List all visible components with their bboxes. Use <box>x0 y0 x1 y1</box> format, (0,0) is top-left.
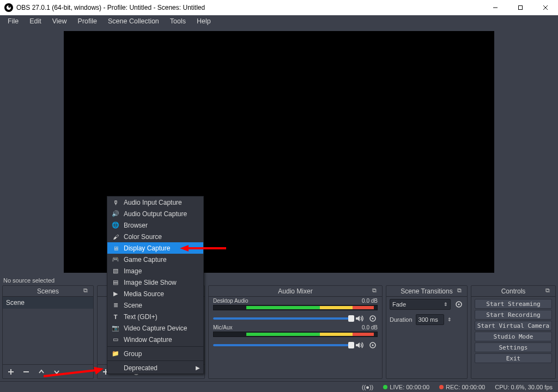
remove-scene-button[interactable] <box>21 367 31 377</box>
transitions-panel: Scene Transitions⧉ Fade⇕ Duration 300 ms… <box>386 285 468 379</box>
svg-point-14 <box>372 318 374 320</box>
image-icon: ▧ <box>112 267 119 275</box>
speaker-icon: 🔊 <box>112 210 119 218</box>
svg-point-18 <box>458 304 460 305</box>
mixer-track-db: 0.0 dB <box>362 298 378 304</box>
window-title: OBS 27.0.1 (64-bit, windows) - Profile: … <box>16 4 205 11</box>
mixer-panel-title: Audio Mixer <box>278 287 312 295</box>
start-recording-button[interactable]: Start Recording <box>475 310 552 320</box>
preview-area <box>0 27 558 274</box>
ctx-game-capture[interactable]: 🎮Game Capture <box>107 254 203 265</box>
mute-button[interactable] <box>355 314 365 323</box>
live-indicator-icon <box>383 385 387 389</box>
gamepad-icon: 🎮 <box>112 256 119 264</box>
menubar: File Edit View Profile Scene Collection … <box>0 15 558 27</box>
studio-mode-button[interactable]: Studio Mode <box>475 332 552 341</box>
play-icon: ▶ <box>112 290 119 298</box>
mute-button[interactable] <box>355 340 365 350</box>
statusbar: ((●)) LIVE: 00:00:00 REC: 00:00:00 CPU: … <box>0 381 558 392</box>
rec-indicator-icon <box>439 385 444 389</box>
ctx-color-source[interactable]: 🖌Color Source <box>107 231 203 242</box>
menu-profile[interactable]: Profile <box>72 16 102 27</box>
ctx-scene[interactable]: ≣Scene <box>107 299 203 311</box>
transition-settings-button[interactable] <box>454 299 464 309</box>
start-virtual-camera-button[interactable]: Start Virtual Camera <box>475 321 552 330</box>
popout-icon[interactable]: ⧉ <box>83 287 91 295</box>
text-icon: T <box>112 313 119 321</box>
scenes-panel: Scenes⧉ Scene <box>2 285 94 379</box>
start-streaming-button[interactable]: Start Streaming <box>475 299 552 309</box>
window-minimize-button[interactable] <box>483 0 508 15</box>
menu-tools[interactable]: Tools <box>165 16 191 27</box>
svg-marker-22 <box>94 367 104 375</box>
annotation-arrow <box>44 367 104 378</box>
no-source-label: No source selected <box>0 274 558 285</box>
popout-icon[interactable]: ⧉ <box>372 287 380 295</box>
menu-file[interactable]: File <box>2 16 24 27</box>
ctx-image-slide-show[interactable]: ▤Image Slide Show <box>107 277 203 288</box>
mixer-track: Mic/Aux0.0 dB <box>209 323 382 350</box>
ctx-audio-output-capture[interactable]: 🔊Audio Output Capture <box>107 208 203 219</box>
controls-panel-title: Controls <box>501 287 526 295</box>
scene-icon: ≣ <box>112 302 119 309</box>
track-settings-button[interactable] <box>368 314 378 323</box>
window-icon: ▭ <box>112 336 119 344</box>
window-close-button[interactable] <box>533 0 558 15</box>
audio-meter <box>213 332 378 337</box>
cpu-status: CPU: 0.6%, 30.00 fps <box>495 384 553 390</box>
globe-icon: 🌐 <box>112 222 119 229</box>
popout-icon[interactable]: ⧉ <box>457 287 465 295</box>
audio-meter <box>213 305 378 310</box>
camera-icon: 📷 <box>112 324 119 332</box>
controls-panel: Controls⧉ Start Streaming Start Recordin… <box>471 285 556 379</box>
mixer-track-name: Desktop Audio <box>213 298 248 304</box>
scenes-panel-title: Scenes <box>37 287 59 295</box>
ctx-audio-input-capture[interactable]: 🎙Audio Input Capture <box>107 197 203 208</box>
rec-status: REC: 00:00:00 <box>446 384 485 390</box>
ctx-window-capture[interactable]: ▭Window Capture <box>107 334 203 345</box>
mixer-track-db: 0.0 dB <box>362 324 378 330</box>
window-maximize-button[interactable] <box>508 0 533 15</box>
ctx-media-source[interactable]: ▶Media Source <box>107 288 203 299</box>
ctx-deprecated[interactable]: Deprecated▶ <box>107 362 203 373</box>
obs-logo-icon <box>4 3 13 12</box>
microphone-icon: 🎙 <box>112 199 119 206</box>
monitor-icon: 🖥 <box>112 244 119 252</box>
folder-icon: 📁 <box>112 350 119 358</box>
popout-icon[interactable]: ⧉ <box>545 287 553 295</box>
exit-button[interactable]: Exit <box>475 353 552 363</box>
volume-slider[interactable] <box>213 317 351 320</box>
ctx-text-gdi[interactable]: TText (GDI+) <box>107 311 203 322</box>
ctx-image[interactable]: ▧Image <box>107 265 203 277</box>
add-scene-button[interactable] <box>6 367 16 377</box>
menu-edit[interactable]: Edit <box>24 16 47 27</box>
submenu-arrow-icon: ▶ <box>196 365 200 371</box>
ctx-browser[interactable]: 🌐Browser <box>107 219 203 231</box>
track-settings-button[interactable] <box>368 340 378 350</box>
window-titlebar: OBS 27.0.1 (64-bit, windows) - Profile: … <box>0 0 558 15</box>
annotation-arrow <box>180 244 226 253</box>
svg-line-21 <box>44 370 96 376</box>
ctx-video-capture-device[interactable]: 📷Video Capture Device <box>107 322 203 334</box>
volume-slider[interactable] <box>213 344 351 346</box>
mixer-track-name: Mic/Aux <box>213 324 233 330</box>
menu-help[interactable]: Help <box>191 16 216 27</box>
svg-point-16 <box>372 345 374 346</box>
brush-icon: 🖌 <box>112 233 119 241</box>
svg-rect-2 <box>519 6 523 10</box>
live-status: LIVE: 00:00:00 <box>390 384 429 390</box>
ctx-group[interactable]: 📁Group <box>107 348 203 359</box>
duration-label: Duration <box>390 316 413 323</box>
menu-scene-collection[interactable]: Scene Collection <box>102 16 165 27</box>
slideshow-icon: ▤ <box>112 279 119 286</box>
duration-input[interactable]: 300 ms <box>416 314 444 325</box>
transitions-panel-title: Scene Transitions <box>401 287 452 295</box>
add-source-context-menu: 🎙Audio Input Capture 🔊Audio Output Captu… <box>107 196 204 374</box>
scene-item[interactable]: Scene <box>3 297 93 309</box>
transition-select[interactable]: Fade⇕ <box>390 299 451 310</box>
mixer-track: Desktop Audio0.0 dB <box>209 297 382 323</box>
settings-button[interactable]: Settings <box>475 342 552 352</box>
audio-mixer-panel: Audio Mixer⧉ Desktop Audio0.0 dB Mic/Aux… <box>208 285 383 379</box>
menu-view[interactable]: View <box>47 16 72 27</box>
svg-marker-20 <box>180 245 189 252</box>
